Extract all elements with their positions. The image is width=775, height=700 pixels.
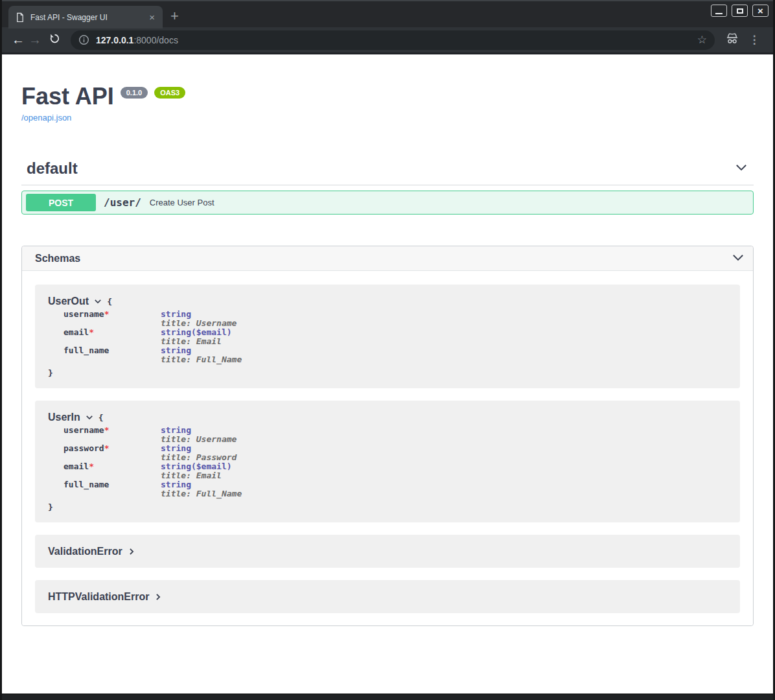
tag-name: default (27, 159, 78, 178)
schema-property-row: email*string($email)title: Email (64, 462, 242, 480)
tag-section-default: default POST /user/ Create User Post (21, 159, 754, 215)
property-type: string (161, 346, 242, 355)
tab-title: Fast API - Swagger UI (30, 13, 148, 22)
required-star: * (89, 327, 94, 337)
property-title: title: Email (161, 337, 242, 346)
page-favicon-icon (15, 12, 25, 22)
schema-property-row: full_namestringtitle: Full_Name (64, 346, 242, 364)
open-brace: { (98, 413, 104, 423)
model-toggle[interactable]: HTTPValidationError (48, 591, 727, 603)
model-properties: username*stringtitle: Usernamepassword*s… (64, 426, 242, 498)
required-star: * (104, 309, 110, 319)
operation-summary: Create User Post (150, 198, 214, 207)
property-type: string (161, 426, 242, 435)
required-star: * (104, 443, 110, 453)
schema-model-ValidationError: ValidationError (35, 535, 740, 568)
schema-property-row: username*stringtitle: Username (64, 310, 242, 328)
operation-path: /user/ (104, 196, 141, 209)
openapi-spec-link[interactable]: /openapi.json (21, 113, 71, 122)
minimize-icon (715, 13, 723, 14)
model-properties: username*stringtitle: Usernameemail*stri… (64, 310, 242, 364)
chevron-down-icon[interactable] (731, 250, 745, 267)
oas3-badge: OAS3 (154, 87, 185, 99)
schema-property-row: email*string($email)title: Email (64, 328, 242, 346)
schemas-heading: Schemas (35, 253, 80, 264)
schema-model-UserOut: UserOut{username*stringtitle: Usernameem… (35, 285, 740, 388)
maximize-icon (737, 8, 743, 14)
schema-property-row: username*stringtitle: Username (64, 426, 242, 444)
property-type: string (161, 310, 242, 319)
property-type: string($email) (161, 328, 242, 337)
page-info-icon[interactable] (78, 34, 89, 45)
property-name: email (64, 327, 89, 337)
new-tab-button[interactable]: + (170, 8, 179, 25)
property-title: title: Email (161, 471, 242, 480)
schema-property-row: password*stringtitle: Password (64, 444, 242, 462)
chevron-right-icon[interactable] (127, 547, 136, 556)
window-bottom-border (2, 694, 773, 700)
opblock-post-user[interactable]: POST /user/ Create User Post (21, 191, 754, 215)
close-icon: × (758, 6, 763, 16)
minimize-button[interactable] (711, 5, 727, 17)
browser-toolbar: ← → 127.0.0.1:8000/docs ☆ ⋮ (2, 27, 773, 52)
model-name: ValidationError (48, 546, 122, 557)
property-type: string($email) (161, 462, 242, 471)
tab-close-icon[interactable]: × (148, 12, 156, 22)
schema-model-UserIn: UserIn{username*stringtitle: Usernamepas… (35, 401, 740, 522)
reload-button[interactable] (46, 32, 63, 47)
browser-window: Fast API - Swagger UI × + × ← → 127.0.0.… (0, 0, 775, 700)
close-brace: } (48, 502, 727, 512)
incognito-icon (721, 32, 743, 48)
browser-tab[interactable]: Fast API - Swagger UI × (8, 6, 163, 29)
property-title: title: Full_Name (161, 355, 242, 364)
chevron-down-icon[interactable] (734, 160, 748, 177)
version-badge: 0.1.0 (121, 87, 148, 99)
schema-property-row: full_namestringtitle: Full_Name (64, 480, 242, 498)
model-toggle[interactable]: UserIn{ (48, 412, 727, 423)
url-path: :8000/docs (133, 35, 178, 45)
property-name: full_name (64, 345, 109, 355)
back-button[interactable]: ← (10, 32, 27, 47)
tag-section-header[interactable]: default (21, 159, 754, 185)
bookmark-star-icon[interactable]: ☆ (697, 33, 707, 47)
required-star: * (104, 425, 110, 435)
open-brace: { (107, 297, 112, 307)
model-toggle[interactable]: ValidationError (48, 546, 727, 557)
url-host: 127.0.0.1 (96, 35, 133, 45)
property-name: full_name (64, 480, 109, 489)
chevron-down-icon[interactable] (93, 297, 102, 306)
browser-menu-icon[interactable]: ⋮ (743, 33, 765, 47)
forward-button[interactable]: → (27, 32, 43, 47)
model-name: UserIn (48, 412, 80, 423)
model-name: HTTPValidationError (48, 591, 149, 603)
property-title: title: Username (161, 319, 242, 328)
swagger-page: Fast API 0.1.0 OAS3 /openapi.json defaul… (2, 54, 773, 694)
property-name: password (64, 443, 104, 453)
browser-titlebar: Fast API - Swagger UI × + × (2, 0, 773, 27)
property-title: title: Username (161, 435, 242, 444)
property-name: email (64, 461, 89, 471)
close-brace: } (48, 368, 727, 378)
url-address-bar[interactable]: 127.0.0.1:8000/docs ☆ (71, 30, 715, 50)
required-star: * (89, 461, 94, 471)
url-text: 127.0.0.1:8000/docs (96, 35, 178, 45)
chevron-right-icon[interactable] (154, 592, 163, 601)
property-type: string (161, 480, 242, 489)
maximize-button[interactable] (732, 5, 748, 17)
property-name: username (64, 425, 104, 435)
page-title: Fast API (21, 84, 114, 110)
schemas-section: Schemas UserOut{username*stringtitle: Us… (21, 246, 754, 626)
model-toggle[interactable]: UserOut{ (48, 296, 727, 307)
schema-model-HTTPValidationError: HTTPValidationError (35, 580, 740, 613)
property-type: string (161, 444, 242, 453)
schemas-header[interactable]: Schemas (22, 246, 753, 271)
model-name: UserOut (48, 296, 89, 307)
property-title: title: Password (161, 453, 242, 462)
property-name: username (64, 309, 104, 319)
post-method-badge[interactable]: POST (26, 194, 96, 211)
schemas-list: UserOut{username*stringtitle: Usernameem… (22, 271, 753, 625)
close-window-button[interactable]: × (752, 5, 769, 17)
property-title: title: Full_Name (161, 489, 242, 498)
chevron-down-icon[interactable] (85, 413, 94, 422)
